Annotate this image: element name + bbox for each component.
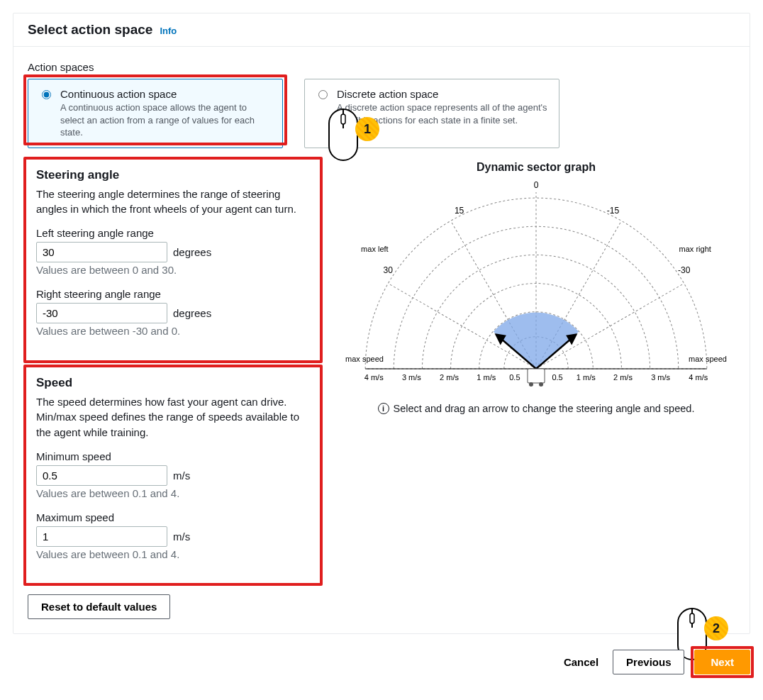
annotation-badge-1: 1 (355, 117, 379, 141)
left-steering-unit: degrees (173, 246, 211, 258)
continuous-desc: A continuous action space allows the age… (60, 101, 272, 139)
min-speed-label: Minimum speed (36, 450, 310, 462)
svg-text:1 m/s: 1 m/s (577, 373, 596, 382)
info-icon: i (378, 403, 389, 414)
svg-text:4 m/s: 4 m/s (364, 373, 384, 382)
graph-title: Dynamic sector graph (337, 161, 735, 174)
svg-text:2 m/s: 2 m/s (613, 373, 633, 382)
discrete-title: Discrete action space (337, 88, 549, 100)
min-speed-unit: m/s (173, 470, 190, 482)
mouse-icon (327, 107, 360, 162)
svg-text:0.5: 0.5 (509, 373, 520, 382)
action-space-radio-group: Continuous action space A continuous act… (28, 79, 735, 148)
max-speed-hint: Values are between 0.1 and 4. (36, 547, 310, 562)
left-steering-hint: Values are between 0 and 30. (36, 262, 310, 278)
svg-rect-15 (528, 369, 545, 383)
left-steering-input[interactable] (36, 242, 167, 262)
speed-heading: Speed (36, 376, 310, 390)
max-speed-label: Maximum speed (36, 511, 310, 523)
svg-text:0: 0 (534, 180, 539, 190)
action-space-panel: Select action space Info Action spaces C… (13, 13, 750, 634)
svg-text:max speed: max speed (345, 355, 384, 363)
svg-text:max speed: max speed (689, 355, 727, 363)
svg-text:15: 15 (455, 206, 464, 216)
svg-text:3 m/s: 3 m/s (651, 373, 670, 382)
steering-heading: Steering angle (36, 168, 310, 182)
graph-help: i Select and drag an arrow to change the… (337, 403, 735, 414)
svg-text:4 m/s: 4 m/s (689, 373, 708, 382)
svg-point-17 (539, 382, 543, 387)
svg-point-16 (529, 382, 533, 387)
svg-text:-30: -30 (678, 265, 691, 275)
svg-text:0.5: 0.5 (552, 373, 562, 382)
steering-block: Steering angle The steering angle determ… (28, 161, 318, 359)
svg-text:3 m/s: 3 m/s (402, 373, 421, 382)
min-speed-input[interactable] (36, 465, 167, 486)
annotation-badge-2: 2 (704, 616, 728, 640)
continuous-title: Continuous action space (60, 88, 272, 100)
speed-block: Speed The speed determines how fast your… (28, 369, 318, 582)
svg-text:max right: max right (679, 245, 711, 253)
continuous-radio[interactable] (42, 89, 51, 100)
info-link[interactable]: Info (160, 26, 177, 36)
max-speed-unit: m/s (173, 530, 190, 543)
svg-text:2 m/s: 2 m/s (440, 373, 459, 382)
svg-rect-2 (341, 114, 345, 124)
cancel-button[interactable]: Cancel (559, 655, 603, 669)
min-speed-hint: Values are between 0.1 and 4. (36, 486, 310, 501)
svg-rect-39 (690, 613, 694, 623)
page-title: Select action space (28, 22, 152, 38)
wizard-footer: Cancel Previous Next (13, 650, 750, 674)
continuous-action-space-card[interactable]: Continuous action space A continuous act… (28, 79, 283, 148)
left-steering-label: Left steering angle range (36, 227, 310, 239)
discrete-radio[interactable] (318, 89, 328, 100)
svg-text:max left: max left (361, 245, 389, 253)
svg-text:1 m/s: 1 m/s (477, 373, 496, 382)
max-speed-input[interactable] (36, 526, 167, 547)
action-spaces-label: Action spaces (28, 61, 735, 73)
right-steering-input[interactable] (36, 303, 167, 323)
right-steering-label: Right steering angle range (36, 288, 310, 300)
steering-desc: The steering angle determines the range … (36, 187, 310, 218)
sector-graph-svg[interactable]: 0 15 -15 30 -30 max left max right max s… (337, 178, 735, 391)
svg-text:30: 30 (384, 265, 394, 275)
next-button[interactable]: Next (694, 650, 750, 674)
speed-desc: The speed determines how fast your agent… (36, 394, 310, 440)
right-steering-hint: Values are between -30 and 0. (36, 323, 310, 339)
annotation-mouse-1: 1 (327, 107, 379, 162)
panel-header: Select action space Info (13, 13, 750, 47)
right-steering-unit: degrees (173, 307, 211, 319)
previous-button[interactable]: Previous (613, 650, 684, 674)
reset-button[interactable]: Reset to default values (28, 594, 170, 619)
dynamic-sector-graph: Dynamic sector graph (337, 161, 735, 620)
svg-text:-15: -15 (607, 206, 620, 216)
